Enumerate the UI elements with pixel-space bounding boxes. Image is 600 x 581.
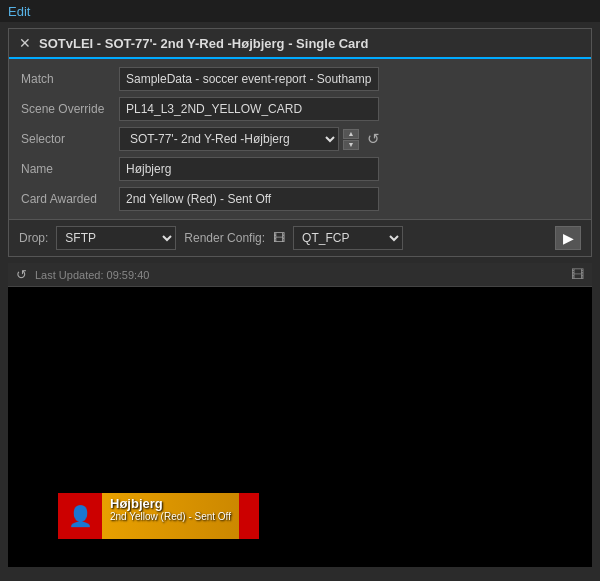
scene-override-label: Scene Override: [21, 102, 111, 116]
preview-header: ↺ Last Updated: 09:59:40 🎞: [8, 263, 592, 287]
preview-refresh-button[interactable]: ↺: [16, 267, 27, 282]
dialog: ✕ SOTvLEI - SOT-77'- 2nd Y-Red -Højbjerg…: [8, 28, 592, 257]
match-label: Match: [21, 72, 111, 86]
film-render-icon: 🎞: [273, 231, 285, 245]
drop-select[interactable]: SFTPLocalFTP: [56, 226, 176, 250]
preview-area: ↺ Last Updated: 09:59:40 🎞 👤 Højbjerg 2n…: [8, 263, 592, 567]
play-button[interactable]: ▶: [555, 226, 581, 250]
bottom-toolbar: Drop: SFTPLocalFTP Render Config: 🎞 QT_F…: [9, 219, 591, 256]
selector-row: Selector SOT-77'- 2nd Y-Red -Højbjerg ▲ …: [21, 127, 579, 151]
dialog-title: SOTvLEI - SOT-77'- 2nd Y-Red -Højbjerg -…: [39, 36, 368, 51]
lower-third-name: Højbjerg: [110, 496, 231, 511]
scene-override-input[interactable]: [119, 97, 379, 121]
selector-arrows: ▲ ▼: [343, 129, 359, 150]
preview-canvas: 👤 Højbjerg 2nd Yellow (Red) - Sent Off: [8, 287, 592, 567]
render-label: Render Config:: [184, 231, 265, 245]
preview-film-icon: 🎞: [571, 267, 584, 282]
player-icon: 👤: [68, 504, 93, 528]
selector-controls: SOT-77'- 2nd Y-Red -Højbjerg ▲ ▼ ↺: [119, 127, 384, 151]
selector-dropdown[interactable]: SOT-77'- 2nd Y-Red -Højbjerg: [119, 127, 339, 151]
form-area: Match Scene Override Selector SOT-77'- 2…: [9, 59, 591, 219]
drop-label: Drop:: [19, 231, 48, 245]
selector-label: Selector: [21, 132, 111, 146]
dialog-titlebar: ✕ SOTvLEI - SOT-77'- 2nd Y-Red -Højbjerg…: [9, 29, 591, 59]
menu-bar: Edit: [0, 0, 600, 22]
match-input[interactable]: [119, 67, 379, 91]
card-color-box: [239, 493, 259, 539]
lower-third-subtitle: 2nd Yellow (Red) - Sent Off: [110, 511, 231, 522]
name-row: Name: [21, 157, 579, 181]
card-awarded-row: Card Awarded: [21, 187, 579, 211]
arrow-up-button[interactable]: ▲: [343, 129, 359, 139]
close-button[interactable]: ✕: [19, 35, 31, 51]
player-icon-box: 👤: [58, 493, 102, 539]
scene-override-row: Scene Override: [21, 97, 579, 121]
match-row: Match: [21, 67, 579, 91]
lower-third-overlay: 👤 Højbjerg 2nd Yellow (Red) - Sent Off: [58, 493, 259, 539]
name-input[interactable]: [119, 157, 379, 181]
lower-third-text-area: Højbjerg 2nd Yellow (Red) - Sent Off: [102, 493, 239, 539]
card-awarded-label: Card Awarded: [21, 192, 111, 206]
arrow-down-button[interactable]: ▼: [343, 140, 359, 150]
last-updated-text: Last Updated: 09:59:40: [35, 269, 149, 281]
render-select[interactable]: QT_FCPH264ProRes: [293, 226, 403, 250]
name-label: Name: [21, 162, 111, 176]
selector-refresh-button[interactable]: ↺: [363, 128, 384, 150]
card-awarded-input[interactable]: [119, 187, 379, 211]
edit-menu[interactable]: Edit: [8, 4, 30, 19]
